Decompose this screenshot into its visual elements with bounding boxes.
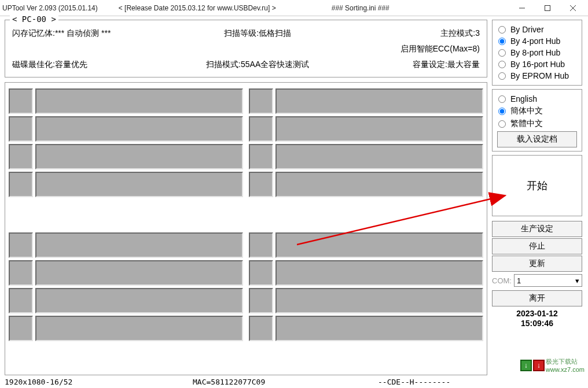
slot-indicator[interactable] [9, 316, 33, 341]
hub-radio-by-driver[interactable]: By Driver [497, 24, 577, 35]
slot-indicator[interactable] [249, 172, 273, 197]
hub-radio-by-4-port-hub[interactable]: By 4-port Hub [497, 35, 577, 47]
chevron-down-icon: ▾ [575, 276, 579, 285]
slot-indicator[interactable] [9, 260, 33, 286]
titlebar: UPTool Ver 2.093 (2015.01.14) < [Release… [0, 0, 588, 16]
flash-mem-label: 闪存记忆体:*** 自动侦测 *** [12, 26, 162, 42]
slot-indicator[interactable] [249, 288, 273, 313]
radio-label: English [510, 94, 537, 104]
slot-bar[interactable] [35, 316, 243, 341]
slot-indicator[interactable] [9, 88, 33, 114]
capacity-label: 容量设定:最大容量 [354, 57, 480, 72]
slot-bar[interactable] [35, 288, 243, 313]
radio-label: By Driver [510, 25, 544, 34]
com-select[interactable]: 1 ▾ [514, 274, 582, 287]
com-label: COM: [492, 276, 512, 285]
info-2-1 [12, 42, 162, 57]
slot-indicator[interactable] [9, 144, 33, 169]
slot-bar[interactable] [275, 260, 483, 286]
slot-group [249, 88, 483, 226]
status-mac: MAC=581122077C09 [193, 378, 378, 386]
slot-bar[interactable] [35, 232, 243, 258]
slot-bar[interactable] [275, 316, 483, 341]
disk-opt-label: 磁碟最佳化:容量优先 [12, 57, 162, 72]
slot-indicator[interactable] [249, 260, 273, 286]
slot-bar[interactable] [275, 116, 483, 142]
refresh-button[interactable]: 更新 [492, 256, 582, 272]
slot-indicator[interactable] [9, 232, 33, 258]
download-icon: ↓ [520, 360, 532, 371]
sorting-text: ### Sorting.ini ### [332, 4, 389, 12]
slot-bar[interactable] [35, 260, 243, 286]
radio-label: By 4-port Hub [510, 36, 560, 46]
slot-group [9, 88, 243, 226]
watermark-url: www.xz7.com [546, 366, 585, 373]
ecc-label: 启用智能ECC(Max=8) [354, 42, 480, 57]
slot-indicator[interactable] [249, 232, 273, 258]
com-value: 1 [517, 276, 521, 285]
slot-bar[interactable] [35, 116, 243, 142]
scan-level-label: 扫描等级:低格扫描 [162, 26, 354, 42]
watermark: ↓ ↓ 极光下载站 www.xz7.com [520, 357, 585, 373]
slot-group [9, 232, 243, 369]
slot-bar[interactable] [35, 172, 243, 197]
status-bar: 1920x1080-16/52 MAC=581122077C09 --CDE--… [0, 375, 588, 388]
download-icon: ↓ [533, 360, 545, 371]
slot-bar[interactable] [275, 232, 483, 258]
scan-mode-label: 扫描模式:55AA全容快速测试 [162, 57, 354, 72]
hub-radio-by-8-port-hub[interactable]: By 8-port Hub [497, 47, 577, 58]
radio-label: By 16-port Hub [510, 60, 565, 69]
slot-bar[interactable] [275, 172, 483, 197]
status-cde: --CDE--H-------- [378, 378, 583, 386]
status-resolution: 1920x1080-16/52 [5, 378, 193, 386]
start-label: 开始 [527, 179, 547, 193]
app-title: UPTool Ver 2.093 (2015.01.14) [2, 4, 98, 12]
slot-indicator[interactable] [249, 116, 273, 142]
release-text: < [Release Date 2015.03.12 for www.USBDe… [119, 4, 276, 12]
radio-label: By EPROM Hub [510, 71, 569, 80]
svg-rect-1 [545, 5, 550, 10]
info-2-2 [162, 42, 354, 57]
pc-title: < PC-00 > [10, 14, 58, 24]
hub-mode-panel: By DriverBy 4-port HubBy 8-port HubBy 16… [492, 20, 582, 86]
slot-indicator[interactable] [249, 144, 273, 169]
slot-indicator[interactable] [9, 172, 33, 197]
slot-bar[interactable] [275, 88, 483, 114]
lang-radio[interactable]: 簡体中文 [497, 105, 577, 117]
slot-bar[interactable] [35, 144, 243, 169]
slot-indicator[interactable] [9, 288, 33, 313]
slot-bar[interactable] [35, 88, 243, 114]
slot-indicator[interactable] [249, 88, 273, 114]
date-label: 2023-01-12 [492, 309, 582, 319]
stop-button[interactable]: 停止 [492, 238, 582, 254]
maximize-button[interactable] [535, 1, 560, 16]
radio-label: 簡体中文 [510, 106, 543, 116]
hub-radio-by-16-port-hub[interactable]: By 16-port Hub [497, 58, 577, 70]
close-button[interactable] [560, 1, 586, 16]
watermark-brand: 极光下载站 [546, 357, 585, 366]
pc-info-box: < PC-00 > 闪存记忆体:*** 自动侦测 *** 扫描等级:低格扫描 主… [5, 20, 487, 77]
minimize-button[interactable] [509, 1, 535, 16]
ctrl-mode-label: 主控模式:3 [354, 26, 480, 42]
slots-area [5, 82, 487, 375]
radio-label: By 8-port Hub [510, 48, 560, 57]
production-settings-button[interactable]: 生产设定 [492, 221, 582, 237]
leave-button[interactable]: 离开 [492, 290, 582, 306]
slot-indicator[interactable] [9, 116, 33, 142]
load-settings-button[interactable]: 载入设定档 [497, 131, 577, 147]
radio-label: 繁體中文 [510, 119, 543, 129]
language-panel: English簡体中文繁體中文 载入设定档 [492, 89, 582, 151]
slot-bar[interactable] [275, 144, 483, 169]
start-button[interactable]: 开始 [492, 155, 582, 216]
lang-radio[interactable]: 繁體中文 [497, 117, 577, 130]
slot-bar[interactable] [275, 288, 483, 313]
slot-indicator[interactable] [249, 316, 273, 341]
time-label: 15:09:46 [492, 319, 582, 328]
slot-group [249, 232, 483, 369]
hub-radio-by-eprom-hub[interactable]: By EPROM Hub [497, 70, 577, 82]
lang-radio[interactable]: English [497, 93, 577, 105]
